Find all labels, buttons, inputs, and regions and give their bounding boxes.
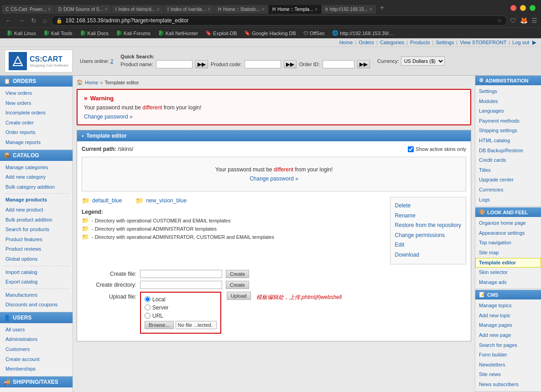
order-id-input[interactable]: [323, 60, 354, 68]
product-code-search-btn[interactable]: ▶▶: [284, 60, 297, 68]
bookmark-kali-tools[interactable]: 🐉 Kali Tools: [41, 29, 75, 37]
tab-close-1[interactable]: ×: [48, 7, 51, 12]
bookmark-kali-linux[interactable]: 🐉 Kali Linux: [4, 29, 39, 37]
browse-button[interactable]: Browse...: [145, 321, 174, 329]
file-action-delete[interactable]: Delete: [395, 201, 461, 211]
sidebar-bulk-category[interactable]: Bulk category addition: [0, 182, 73, 192]
right-organize-home[interactable]: Organize home page: [475, 218, 541, 228]
right-titles[interactable]: Titles: [475, 165, 541, 175]
bookmark-kali-forums[interactable]: 🐉 Kali Forums: [113, 29, 153, 37]
file-action-restore[interactable]: Restore from the repository: [395, 221, 461, 231]
home-button[interactable]: ⌂: [41, 16, 48, 25]
browser-tab-1[interactable]: C CS-Cart. Power... ×: [2, 5, 54, 14]
product-code-input[interactable]: [244, 60, 281, 68]
tab-close-5[interactable]: ×: [262, 7, 265, 12]
window-minimize-btn[interactable]: [520, 5, 526, 11]
right-news-subscribers[interactable]: News subscribers: [475, 380, 541, 390]
nav-products[interactable]: Products: [410, 40, 430, 45]
forward-button[interactable]: →: [16, 16, 26, 25]
right-settings[interactable]: Settings: [475, 87, 541, 97]
right-search-pages[interactable]: Search for pages: [475, 340, 541, 351]
pw-change-link[interactable]: Change password »: [250, 175, 298, 182]
nav-categories[interactable]: Categories: [380, 40, 404, 45]
right-payment-methods[interactable]: Payment methods: [475, 116, 541, 126]
right-db-backup[interactable]: DB Backup/Restore: [475, 146, 541, 156]
sidebar-shipping-methods[interactable]: Shipping methods: [0, 389, 73, 392]
right-site-news[interactable]: Site news: [475, 370, 541, 380]
right-newsletters[interactable]: Newsletters: [475, 360, 541, 370]
sidebar-manage-products[interactable]: Manage products: [0, 195, 73, 205]
warning-change-password-link[interactable]: Change password »: [84, 113, 133, 120]
upload-button[interactable]: Upload: [227, 292, 251, 300]
create-file-input[interactable]: [140, 270, 222, 278]
sidebar-incomplete-orders[interactable]: Incomplete orders: [0, 108, 73, 118]
right-upgrade-center[interactable]: Upgrade center: [475, 175, 541, 185]
menu-icon[interactable]: ☰: [531, 17, 537, 24]
breadcrumb-home[interactable]: Home: [85, 80, 98, 85]
right-manage-topics[interactable]: Manage topics: [475, 301, 541, 311]
product-name-input[interactable]: [156, 60, 192, 68]
right-manage-ads[interactable]: Manage ads: [475, 278, 541, 288]
sidebar-import-catalog[interactable]: Import catalog: [0, 268, 73, 278]
nav-home[interactable]: Home: [339, 40, 353, 45]
bookmark-google-hacking[interactable]: 🔖 Google Hacking DB: [241, 29, 299, 37]
sidebar-customers[interactable]: Customers: [0, 345, 73, 355]
tab-close-6[interactable]: ×: [315, 7, 317, 12]
right-skin-selector[interactable]: Skin selector: [475, 268, 541, 278]
radio-server[interactable]: [145, 304, 151, 310]
right-add-topic[interactable]: Add new topic: [475, 311, 541, 321]
product-name-search-btn[interactable]: ▶▶: [195, 60, 208, 68]
bookmark-kali-docs[interactable]: 🐉 Kali Docs: [77, 29, 111, 37]
tab-close-7[interactable]: ×: [369, 7, 372, 12]
refresh-button[interactable]: ↻: [29, 16, 38, 25]
right-manage-pages[interactable]: Manage pages: [475, 320, 541, 330]
browser-tab-7[interactable]: h http://192.168.15... ×: [322, 5, 376, 14]
sidebar-manufacturers[interactable]: Manufacturers: [0, 290, 73, 300]
browser-tab-5[interactable]: H Home :: Statistic... ×: [214, 5, 268, 14]
file-action-permissions[interactable]: Change permissions: [395, 231, 461, 241]
create-file-button[interactable]: Create: [226, 270, 249, 278]
sidebar-view-orders[interactable]: View orders: [0, 88, 73, 98]
sidebar-all-users[interactable]: All users: [0, 325, 73, 335]
sidebar-add-new-product[interactable]: Add new product: [0, 205, 73, 215]
browser-tab-6[interactable]: H Home :: Templa... ×: [269, 5, 321, 14]
sidebar-product-reviews[interactable]: Product reviews: [0, 244, 73, 254]
right-languages[interactable]: Languages: [475, 106, 541, 116]
browser-tab-3[interactable]: I Index of /skins/d... ×: [112, 5, 163, 14]
file-action-download[interactable]: Download: [395, 250, 461, 260]
sidebar-new-orders[interactable]: New orders: [0, 98, 73, 108]
bookmark-kali-nethunter[interactable]: 🐉 Kali NetHunter: [155, 29, 201, 37]
tab-close-2[interactable]: ×: [105, 7, 108, 12]
sidebar-search-products[interactable]: Search for products: [0, 225, 73, 235]
bookmark-exploit-db[interactable]: 🔖 Exploit-DB: [203, 29, 239, 37]
tab-close-3[interactable]: ×: [157, 7, 160, 12]
tab-close-4[interactable]: ×: [208, 7, 210, 12]
sidebar-administrators[interactable]: Administrators: [0, 335, 73, 345]
right-site-map[interactable]: Site map: [475, 248, 541, 258]
right-template-editor[interactable]: Template editor: [475, 258, 541, 268]
back-button[interactable]: ←: [4, 16, 14, 25]
sidebar-bulk-product[interactable]: Bulk product addition: [0, 215, 73, 225]
create-dir-input[interactable]: [140, 281, 222, 289]
star-icon[interactable]: ☆: [497, 17, 502, 24]
right-logs[interactable]: Logs: [475, 195, 541, 205]
browser-tab-2[interactable]: D DOM Source of S... ×: [55, 5, 111, 14]
sidebar-discounts[interactable]: Discounts and coupons: [0, 300, 73, 310]
currency-select[interactable]: US Dollars ($): [401, 57, 445, 66]
sidebar-create-account[interactable]: Create account: [0, 355, 73, 365]
right-credit-cards[interactable]: Credit cards: [475, 155, 541, 165]
new-tab-button[interactable]: +: [376, 2, 388, 14]
sidebar-export-catalog[interactable]: Export catalog: [0, 277, 73, 287]
create-dir-button[interactable]: Create: [226, 281, 249, 289]
bookmark-offsec[interactable]: 🛡 OffSec: [301, 30, 328, 37]
bookmark-local-server[interactable]: 🌐 http://192.168.153.39/...: [329, 29, 395, 37]
right-appearance[interactable]: Appearance settings: [475, 228, 541, 238]
nav-logout[interactable]: Log out: [512, 40, 529, 45]
skin-new-vision-blue-link[interactable]: new_vision_blue: [146, 197, 187, 204]
window-close-btn[interactable]: [510, 5, 516, 11]
sidebar-create-order[interactable]: Create order: [0, 118, 73, 128]
sidebar-manage-categories[interactable]: Manage categories: [0, 163, 73, 173]
right-form-builder[interactable]: Form builder: [475, 350, 541, 360]
skin-default-blue-link[interactable]: default_blue: [92, 197, 122, 204]
right-top-nav[interactable]: Top navigation: [475, 238, 541, 248]
